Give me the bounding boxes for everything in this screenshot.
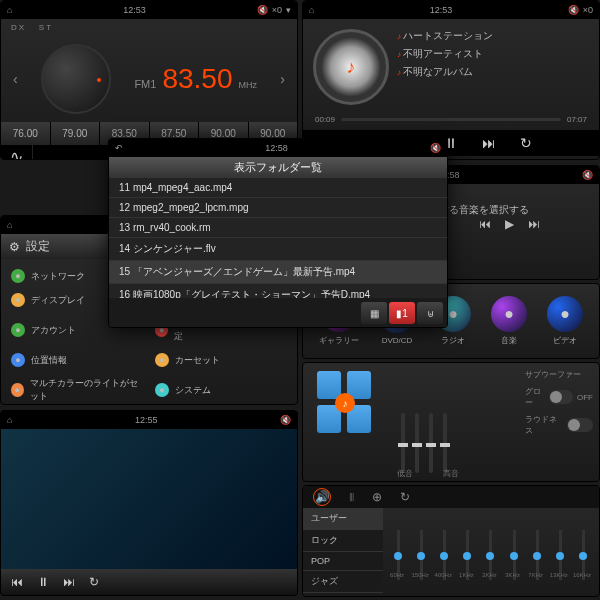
folder-dialog: ↶12:58🔇 表示フォルダー覧 11 mp4_mpeg4_aac.mp412 …	[108, 138, 448, 328]
equalizer-panel: 🔊 ⫴ ⊕ ↻ ユーザーロックPOPジャズエレクトロニ 60Hz150Hz400…	[302, 485, 600, 597]
app-launcher[interactable]: ●音楽	[491, 296, 527, 346]
back-icon[interactable]: ↶	[115, 143, 123, 153]
track-title: ハートステーション	[397, 29, 493, 43]
sd-card-button[interactable]: ▮1	[389, 302, 415, 324]
band-label: FM1	[134, 78, 156, 90]
battery-icon: ▾	[286, 5, 291, 15]
eq-tab-refresh-icon[interactable]: ↻	[400, 490, 410, 504]
file-item[interactable]: 12 mpeg2_mpeg2_lpcm.mpg	[109, 198, 447, 218]
eq-tab-balance-icon[interactable]: ⊕	[372, 490, 382, 504]
eq-preset[interactable]: ロック	[303, 530, 383, 552]
next-button[interactable]: ⏭	[528, 217, 540, 231]
settings-item[interactable]: ●マルチカラーのライトがセット	[11, 373, 143, 405]
frequency-value: 83.50	[162, 63, 232, 95]
widget-track: 生する音楽を選択する	[429, 203, 591, 217]
eq-preset[interactable]: ユーザー	[303, 508, 383, 530]
dx-indicator: DX	[11, 23, 26, 32]
next-track-button[interactable]: ⏭	[482, 135, 496, 151]
eq-preset[interactable]: ジャズ	[303, 571, 383, 593]
video-viewport[interactable]	[1, 429, 297, 569]
eq-band-slider[interactable]: 60Hz	[397, 530, 400, 580]
progress-bar[interactable]	[341, 118, 561, 121]
gear-icon: ⚙	[9, 240, 20, 254]
file-item[interactable]: 13 rm_rv40_cook.rm	[109, 218, 447, 238]
track-album: 不明なアルバム	[397, 65, 493, 79]
eq-preset-list: ユーザーロックPOPジャズエレクトロニ	[303, 508, 383, 596]
eq-band-slider[interactable]: 400Hz	[443, 530, 446, 580]
video-repeat-button[interactable]: ↻	[89, 575, 99, 589]
settings-item[interactable]: ●カーセット	[155, 349, 287, 371]
mute-icon: 🔇	[257, 5, 268, 15]
eq-band-slider[interactable]: 13KHz	[559, 530, 562, 580]
eq-bands: 60Hz150Hz400Hz1KHz2KHz3KHz7KHz13KHz16KHz	[383, 508, 599, 596]
eq-band-slider[interactable]: 2KHz	[489, 530, 492, 580]
eq-band-slider[interactable]: 3KHz	[513, 530, 516, 580]
file-item[interactable]: 11 mp4_mpeg4_aac.mp4	[109, 178, 447, 198]
eq-band-slider[interactable]: 7KHz	[536, 530, 539, 580]
eq-preset[interactable]: エレクトロニ	[303, 593, 383, 597]
eq-tab-sliders-icon[interactable]: ⫴	[349, 490, 354, 504]
settings-item[interactable]: ●位置情報	[11, 349, 143, 371]
file-item[interactable]: 14 シンケンジャー.flv	[109, 238, 447, 261]
video-next-button[interactable]: ⏭	[63, 575, 75, 589]
total-time: 07:07	[567, 115, 587, 124]
loudness-toggle[interactable]	[567, 418, 593, 432]
usb-button[interactable]: ⊎	[417, 302, 443, 324]
eq-preset[interactable]: POP	[303, 552, 383, 571]
freq-unit: MHz	[238, 80, 257, 90]
settings-item[interactable]: ●システム	[155, 373, 287, 405]
eq-tab-speaker-icon[interactable]: 🔊	[313, 488, 331, 506]
radio-panel: ⌂ 12:53 🔇×0▾ DX ST ‹ FM1 83.50 MHz › 76.…	[0, 0, 298, 160]
eq-band-slider[interactable]: 16KHz	[582, 530, 585, 580]
file-list: 11 mp4_mpeg4_aac.mp412 mpeg2_mpeg2_lpcm.…	[109, 178, 447, 298]
next-freq-button[interactable]: ›	[280, 71, 285, 87]
app-launcher[interactable]: ●ビデオ	[547, 296, 583, 346]
preset-button[interactable]: 79.00	[51, 122, 100, 145]
play-button[interactable]: ▶	[505, 217, 514, 231]
slider-3[interactable]	[429, 413, 433, 473]
elapsed-time: 00:09	[315, 115, 335, 124]
track-artist: 不明アーティスト	[397, 47, 493, 61]
prev-button[interactable]: ⏮	[479, 217, 491, 231]
settings-title: 設定	[26, 238, 50, 255]
video-player: ⌂12:55🔇 ⏮ ⏸ ⏭ ↻	[0, 410, 298, 596]
eq-band-slider[interactable]: 150Hz	[420, 530, 423, 580]
video-prev-button[interactable]: ⏮	[11, 575, 23, 589]
glow-toggle[interactable]	[549, 390, 573, 404]
file-item[interactable]: 15 「アベンジャーズ／エンドゲーム」最新予告.mp4	[109, 261, 447, 284]
waveform-icon[interactable]: ∿	[1, 145, 33, 160]
slider-4[interactable]	[443, 413, 447, 473]
subwoofer-label: サブウーファー	[525, 369, 593, 380]
status-bar: ⌂ 12:53 🔇×0	[303, 1, 599, 19]
now-playing-panel: ⌂ 12:53 🔇×0 ハートステーション 不明アーティスト 不明なアルバム 0…	[302, 0, 600, 160]
status-time: 12:53	[12, 5, 256, 15]
video-pause-button[interactable]: ⏸	[37, 575, 49, 589]
music-ball-icon[interactable]: ♪	[335, 393, 355, 413]
slider-1[interactable]	[401, 413, 405, 473]
repeat-icon[interactable]: ↻	[520, 135, 532, 151]
preset-button[interactable]: 76.00	[1, 122, 50, 145]
tuning-dial[interactable]	[41, 44, 111, 114]
grid-view-button[interactable]: ▦	[361, 302, 387, 324]
seat-eq-panel: ♪ サブウーファー グローOFF ラウドネス 低音高音	[302, 362, 600, 482]
st-indicator: ST	[39, 23, 53, 32]
file-item[interactable]: 16 映画1080p「グレイテスト・ショーマン」予告D.mp4	[109, 284, 447, 298]
status-bar: ⌂ 12:53 🔇×0▾	[1, 1, 297, 19]
eq-band-slider[interactable]: 1KHz	[466, 530, 469, 580]
dialog-title: 表示フォルダー覧	[109, 157, 447, 178]
album-disc	[313, 29, 389, 105]
prev-freq-button[interactable]: ‹	[13, 71, 18, 87]
slider-2[interactable]	[415, 413, 419, 473]
